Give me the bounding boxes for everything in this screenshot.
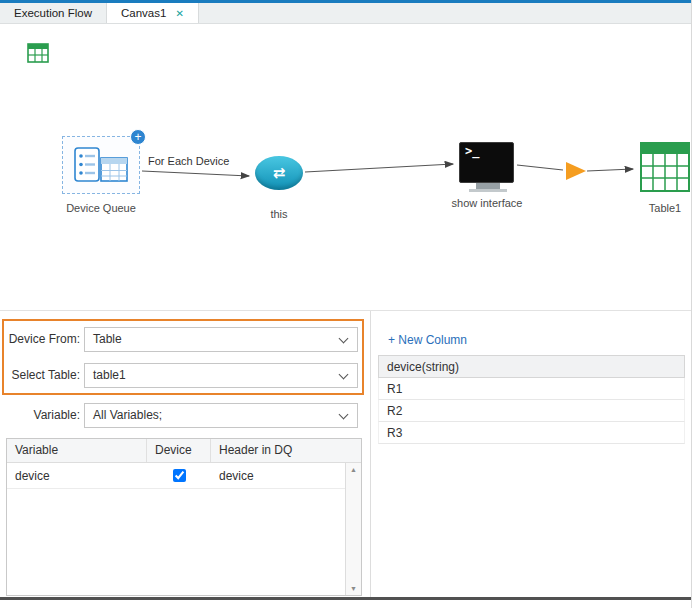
column-header-header-in-dq: Header in DQ [211, 439, 361, 462]
tab-canvas1-label: Canvas1 [121, 7, 166, 19]
device-queue-icon [73, 145, 129, 185]
chevron-down-icon [339, 370, 349, 380]
for-each-device-label: For Each Device [148, 155, 229, 167]
select-table-select[interactable]: table1 [84, 363, 358, 388]
device-checkbox[interactable] [173, 469, 186, 482]
device-from-select[interactable]: Table [84, 327, 358, 352]
device-queue-node[interactable]: + [62, 136, 140, 194]
device-queue-label: Device Queue [51, 202, 151, 214]
this-label: this [247, 208, 311, 220]
table1-editor-panel: + New Column device(string) R1 R2 R3 [370, 311, 692, 599]
router-node[interactable]: ⇄ [255, 156, 303, 190]
router-arrows-icon: ⇄ [273, 164, 286, 182]
variable-select[interactable]: All Variables; [84, 403, 358, 428]
flow-canvas[interactable]: + Device Queue For Each Device ⇄ this >_… [0, 24, 692, 310]
table-row[interactable]: device device [7, 463, 347, 489]
device-table: device(string) R1 R2 R3 [378, 355, 685, 444]
variable-table-header: Variable Device Header in DQ [7, 439, 361, 463]
tab-bar: Execution Flow Canvas1 ✕ [0, 3, 691, 24]
terminal-icon: >_ [459, 142, 514, 183]
chevron-down-icon [339, 410, 349, 420]
table-row[interactable]: R2 [378, 400, 685, 422]
orange-arrow-marker [566, 162, 586, 180]
table1-node[interactable] [640, 140, 690, 192]
cell-header-in-dq: device [211, 463, 347, 488]
device-from-value: Table [93, 332, 122, 346]
tab-canvas1[interactable]: Canvas1 ✕ [107, 3, 199, 23]
scrollbar[interactable]: ▲ ▼ [345, 463, 361, 595]
variable-value: All Variables; [93, 408, 162, 422]
select-table-label: Select Table: [4, 368, 80, 382]
chevron-down-icon [339, 334, 349, 344]
terminal-prompt-icon: >_ [465, 144, 479, 158]
device-queue-config-panel: Device From: Table Select Table: table1 … [0, 311, 370, 599]
bottom-panels: Device From: Table Select Table: table1 … [0, 310, 692, 598]
window-bottom-border [0, 597, 692, 600]
variable-table: Variable Device Header in DQ device devi… [6, 438, 362, 596]
show-interface-node[interactable]: >_ [459, 142, 516, 192]
variable-table-body: device device ▲ ▼ [7, 463, 361, 595]
scroll-up-icon[interactable]: ▲ [346, 466, 361, 473]
terminal-foot [469, 189, 507, 192]
close-icon[interactable]: ✕ [175, 8, 183, 19]
cell-variable: device [7, 463, 147, 488]
tab-execution-flow-label: Execution Flow [14, 7, 92, 19]
variable-label: Variable: [4, 408, 80, 422]
app-window: Execution Flow Canvas1 ✕ [0, 0, 692, 608]
table1-label: Table1 [633, 202, 692, 214]
table-tool-icon[interactable] [27, 43, 49, 63]
device-from-label: Device From: [4, 332, 80, 346]
scroll-down-icon[interactable]: ▼ [346, 585, 361, 592]
show-interface-label: show interface [442, 197, 532, 209]
table-row[interactable]: R1 [378, 378, 685, 400]
table-row[interactable]: R3 [378, 422, 685, 444]
select-table-value: table1 [93, 368, 126, 382]
column-header-device: Device [147, 439, 211, 462]
column-header-variable: Variable [7, 439, 147, 462]
new-column-link[interactable]: + New Column [388, 333, 467, 347]
column-header-device-string[interactable]: device(string) [378, 355, 685, 378]
plus-badge-icon: + [130, 129, 146, 145]
tab-execution-flow[interactable]: Execution Flow [0, 3, 107, 23]
